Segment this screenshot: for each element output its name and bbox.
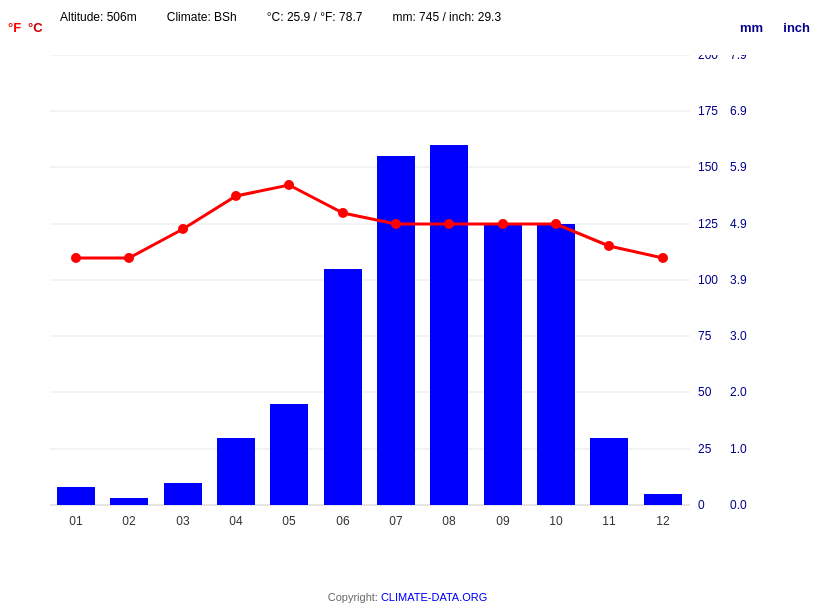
month-label-feb: 02 [122,514,136,528]
temp-dot-dec [658,253,668,263]
svg-text:5.9: 5.9 [730,160,747,174]
copyright-notice: Copyright: CLIMATE-DATA.ORG [328,591,488,603]
altitude-info: Altitude: 506m [60,10,137,24]
temp-info: °C: 25.9 / °F: 78.7 [267,10,363,24]
bar-nov [590,438,628,505]
svg-text:0.0: 0.0 [730,498,747,512]
chart-header: Altitude: 506m Climate: BSh °C: 25.9 / °… [0,10,815,24]
bar-oct [537,224,575,505]
bar-jan [57,487,95,505]
temp-dot-jul [391,219,401,229]
svg-text:0: 0 [698,498,705,512]
svg-text:7.9: 7.9 [730,55,747,62]
svg-text:6.9: 6.9 [730,104,747,118]
month-label-sep: 09 [496,514,510,528]
temp-dot-jan [71,253,81,263]
chart-container: °F °C Altitude: 506m Climate: BSh °C: 25… [0,0,815,611]
climate-info: Climate: BSh [167,10,237,24]
temp-dot-apr [231,191,241,201]
temp-dot-feb [124,253,134,263]
temp-dot-sep [498,219,508,229]
svg-text:125: 125 [698,217,718,231]
temp-dot-oct [551,219,561,229]
svg-text:4.9: 4.9 [730,217,747,231]
svg-text:1.0: 1.0 [730,442,747,456]
svg-text:175: 175 [698,104,718,118]
svg-text:50: 50 [698,385,712,399]
bar-feb [110,498,148,505]
mm-label: mm [740,20,763,35]
month-label-may: 05 [282,514,296,528]
climate-chart: 104 95 86 77 68 59 50 41 32 40 35 30 25 … [50,55,750,565]
month-label-jun: 06 [336,514,350,528]
inch-label: inch [783,20,810,35]
temp-dot-may [284,180,294,190]
bar-jul [377,156,415,505]
svg-text:2.0: 2.0 [730,385,747,399]
month-label-jul: 07 [389,514,403,528]
month-label-nov: 11 [602,514,616,528]
svg-text:3.9: 3.9 [730,273,747,287]
temp-dot-nov [604,241,614,251]
month-label-mar: 03 [176,514,190,528]
month-label-oct: 10 [549,514,563,528]
svg-text:25: 25 [698,442,712,456]
month-label-aug: 08 [442,514,456,528]
bar-jun [324,269,362,505]
month-label-dec: 12 [656,514,670,528]
temp-dot-jun [338,208,348,218]
copyright-link[interactable]: CLIMATE-DATA.ORG [381,591,487,603]
svg-text:150: 150 [698,160,718,174]
month-label-apr: 04 [229,514,243,528]
bar-dec [644,494,682,505]
precip-info: mm: 745 / inch: 29.3 [392,10,501,24]
bar-sep [484,224,522,505]
bar-aug [430,145,468,505]
svg-text:100: 100 [698,273,718,287]
bar-may [270,404,308,505]
month-label-jan: 01 [69,514,83,528]
bar-apr [217,438,255,505]
temp-dot-mar [178,224,188,234]
bar-mar [164,483,202,505]
svg-text:75: 75 [698,329,712,343]
svg-text:3.0: 3.0 [730,329,747,343]
temp-dot-aug [444,219,454,229]
svg-text:200: 200 [698,55,718,62]
